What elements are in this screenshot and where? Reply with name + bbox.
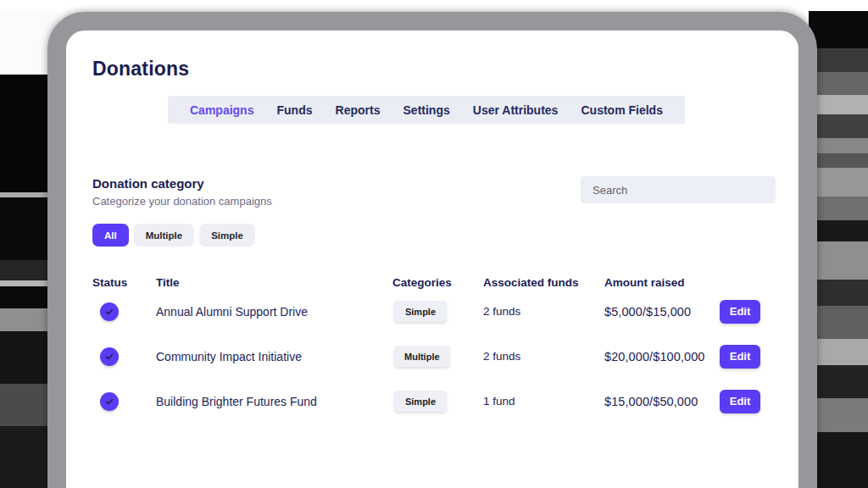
edit-button[interactable]: Edit (720, 345, 760, 369)
campaign-title: Building Brighter Futures Fund (156, 395, 392, 408)
status-checked-icon[interactable] (100, 392, 119, 411)
filter-all-button[interactable]: All (92, 224, 129, 247)
associated-funds: 2 funds (483, 305, 604, 318)
section-subheading: Categorize your donation campaigns (92, 195, 272, 208)
campaign-title: Annual Alumni Support Drive (156, 305, 392, 319)
campaign-title: Community Impact Initiative (156, 350, 392, 363)
status-cell (92, 302, 156, 321)
action-cell: Edit (720, 345, 776, 369)
category-filter-group: All Multiple Simple (92, 224, 776, 247)
tab-reports[interactable]: Reports (336, 103, 381, 117)
category-cell: Simple (392, 301, 483, 322)
section-heading: Donation category (92, 176, 272, 191)
status-cell (92, 347, 156, 366)
table-row: Community Impact Initiative Multiple 2 f… (92, 334, 776, 379)
associated-funds: 1 fund (483, 395, 604, 408)
background-stripes-right (809, 0, 868, 488)
status-cell (92, 392, 156, 411)
tab-custom-fields[interactable]: Custom Fields (581, 103, 662, 117)
panel-content: Donations Campaigns Funds Reports Settin… (66, 30, 798, 488)
category-cell: Multiple (392, 346, 483, 367)
table-row: Building Brighter Futures Fund Simple 1 … (92, 379, 776, 424)
column-header-funds: Associated funds (483, 276, 604, 289)
page-title: Donations (92, 58, 776, 80)
category-badge: Multiple (394, 346, 450, 367)
status-checked-icon[interactable] (100, 347, 119, 366)
section-header: Donation category Categorize your donati… (92, 176, 272, 208)
action-cell: Edit (720, 390, 776, 413)
status-checked-icon[interactable] (100, 302, 119, 321)
table-header-row: Status Title Categories Associated funds… (92, 276, 776, 289)
table-row: Annual Alumni Support Drive Simple 2 fun… (92, 289, 776, 334)
tab-funds[interactable]: Funds (277, 103, 313, 117)
amount-raised: $15,000/$50,000 (604, 395, 720, 408)
campaigns-table: Status Title Categories Associated funds… (92, 276, 776, 424)
amount-raised: $5,000/$15,000 (604, 305, 720, 319)
edit-button[interactable]: Edit (720, 300, 760, 324)
column-header-status: Status (92, 276, 156, 289)
tab-user-attributes[interactable]: User Attributes (473, 103, 559, 117)
tab-campaigns[interactable]: Campaigns (190, 103, 253, 117)
section-header-row: Donation category Categorize your donati… (92, 176, 776, 208)
edit-button[interactable]: Edit (720, 390, 760, 413)
category-cell: Simple (392, 391, 483, 412)
filter-multiple-button[interactable]: Multiple (134, 224, 194, 247)
category-badge: Simple (394, 301, 447, 322)
associated-funds: 2 funds (483, 350, 604, 363)
column-header-title: Title (156, 276, 392, 289)
tab-bar: Campaigns Funds Reports Settings User At… (168, 96, 685, 124)
filter-simple-button[interactable]: Simple (199, 224, 255, 247)
search-input[interactable] (581, 176, 776, 203)
column-header-categories: Categories (392, 276, 483, 289)
column-header-amount: Amount raised (604, 276, 720, 289)
tab-settings[interactable]: Settings (403, 103, 450, 117)
amount-raised: $20,000/$100,000 (604, 350, 720, 363)
donations-panel: Donations Campaigns Funds Reports Settin… (47, 12, 817, 488)
action-cell: Edit (720, 300, 776, 324)
category-badge: Simple (394, 391, 447, 412)
